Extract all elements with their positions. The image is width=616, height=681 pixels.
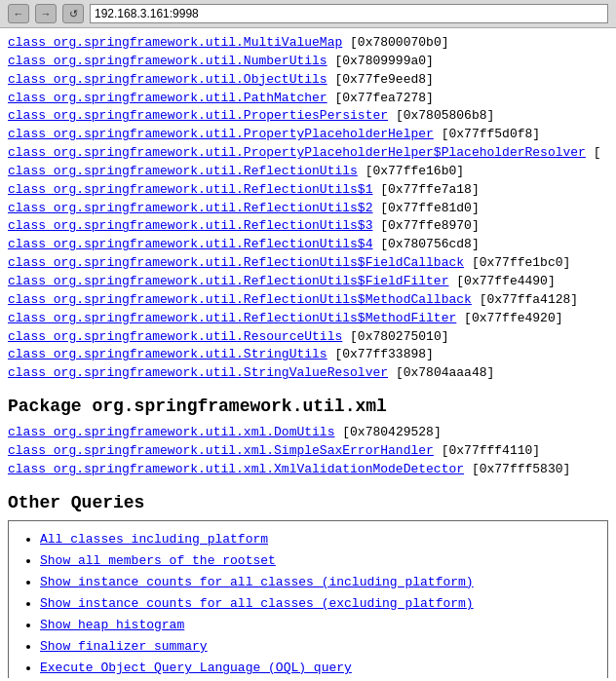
class-link[interactable]: class org.springframework.util.Propertie… [8, 108, 388, 123]
list-item: Show heap histogram [40, 615, 599, 636]
query-link[interactable]: Execute Object Query Language (OQL) quer… [40, 661, 352, 675]
class-link[interactable]: class org.springframework.util.Reflectio… [8, 237, 372, 251]
address-bar[interactable] [90, 4, 608, 23]
back-button[interactable]: ← [8, 4, 29, 23]
table-row: class org.springframework.util.PathMatch… [8, 90, 608, 108]
browser-chrome: ← → ↺ [0, 0, 616, 28]
query-link[interactable]: Show instance counts for all classes (in… [40, 575, 474, 589]
other-queries-heading: Other Queries [8, 493, 608, 512]
table-row: class org.springframework.util.MultiValu… [8, 34, 608, 53]
table-row: class org.springframework.util.xml.DomUt… [8, 424, 608, 442]
table-row: class org.springframework.util.Reflectio… [8, 310, 608, 328]
class-link[interactable]: class org.springframework.util.PropertyP… [8, 145, 586, 160]
class-link[interactable]: class org.springframework.util.Reflectio… [8, 218, 372, 233]
util-xml-class-list: class org.springframework.util.xml.DomUt… [8, 424, 608, 479]
class-link[interactable]: class org.springframework.util.PropertyP… [8, 127, 434, 141]
class-link[interactable]: class org.springframework.util.Reflectio… [8, 255, 464, 270]
util-class-list: class org.springframework.util.MultiValu… [8, 34, 608, 383]
reload-button[interactable]: ↺ [62, 4, 84, 23]
table-row: class org.springframework.util.Reflectio… [8, 254, 608, 273]
query-link[interactable]: All classes including platform [40, 532, 268, 547]
forward-button[interactable]: → [35, 4, 57, 23]
queries-list: All classes including platformShow all m… [20, 529, 599, 678]
class-link[interactable]: class org.springframework.util.Reflectio… [8, 311, 456, 325]
util-xml-heading: Package org.springframework.util.xml [8, 397, 608, 416]
table-row: class org.springframework.util.Propertie… [8, 107, 608, 126]
class-link[interactable]: class org.springframework.util.Reflectio… [8, 274, 448, 288]
table-row: class org.springframework.util.ResourceU… [8, 328, 608, 347]
class-link[interactable]: class org.springframework.util.Reflectio… [8, 292, 472, 307]
class-link[interactable]: class org.springframework.util.StringVal… [8, 365, 388, 380]
table-row: class org.springframework.util.StringUti… [8, 346, 608, 364]
class-link[interactable]: class org.springframework.util.MultiValu… [8, 35, 342, 50]
table-row: class org.springframework.util.StringVal… [8, 364, 608, 383]
table-row: class org.springframework.util.ObjectUti… [8, 71, 608, 90]
table-row: class org.springframework.util.NumberUti… [8, 53, 608, 71]
query-link[interactable]: Show heap histogram [40, 618, 184, 632]
class-link[interactable]: class org.springframework.util.Reflectio… [8, 201, 372, 215]
table-row: class org.springframework.util.Reflectio… [8, 163, 608, 181]
class-link[interactable]: class org.springframework.util.Reflectio… [8, 182, 372, 197]
class-link[interactable]: class org.springframework.util.ObjectUti… [8, 72, 327, 87]
class-link[interactable]: class org.springframework.util.ResourceU… [8, 329, 342, 344]
list-item: Show instance counts for all classes (in… [40, 572, 599, 593]
table-row: class org.springframework.util.Reflectio… [8, 291, 608, 310]
query-link[interactable]: Show all members of the rootset [40, 553, 276, 568]
list-item: Show instance counts for all classes (ex… [40, 593, 599, 615]
class-link[interactable]: class org.springframework.util.StringUti… [8, 347, 327, 361]
table-row: class org.springframework.util.Reflectio… [8, 200, 608, 218]
class-link[interactable]: class org.springframework.util.xml.Simpl… [8, 443, 434, 458]
query-link[interactable]: Show instance counts for all classes (ex… [40, 596, 474, 611]
table-row: class org.springframework.util.Reflectio… [8, 217, 608, 236]
list-item: Execute Object Query Language (OQL) quer… [40, 658, 599, 678]
table-row: class org.springframework.util.PropertyP… [8, 126, 608, 144]
table-row: class org.springframework.util.PropertyP… [8, 144, 608, 163]
class-link[interactable]: class org.springframework.util.PathMatch… [8, 91, 327, 105]
list-item: All classes including platform [40, 529, 599, 550]
table-row: class org.springframework.util.Reflectio… [8, 273, 608, 291]
class-link[interactable]: class org.springframework.util.Reflectio… [8, 164, 358, 178]
table-row: class org.springframework.util.Reflectio… [8, 181, 608, 200]
table-row: class org.springframework.util.xml.Simpl… [8, 442, 608, 461]
table-row: class org.springframework.util.Reflectio… [8, 236, 608, 254]
list-item: Show finalizer summary [40, 636, 599, 658]
queries-box: All classes including platformShow all m… [8, 520, 608, 678]
page-content: class org.springframework.util.MultiValu… [0, 28, 616, 678]
class-link[interactable]: class org.springframework.util.xml.XmlVa… [8, 462, 464, 476]
list-item: Show all members of the rootset [40, 550, 599, 572]
query-link[interactable]: Show finalizer summary [40, 639, 208, 654]
table-row: class org.springframework.util.xml.XmlVa… [8, 461, 608, 479]
class-link[interactable]: class org.springframework.util.NumberUti… [8, 54, 327, 68]
class-link[interactable]: class org.springframework.util.xml.DomUt… [8, 425, 334, 439]
